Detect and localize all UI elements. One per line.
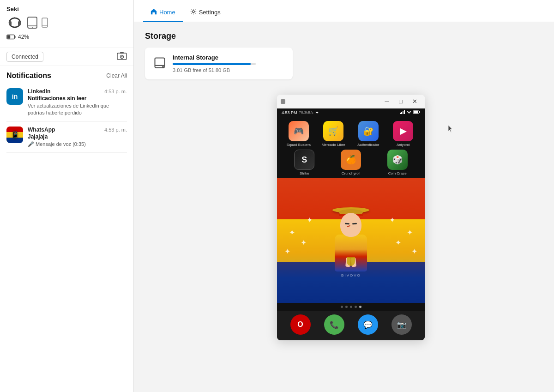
titlebar-controls: ─ □ ✕ <box>380 96 421 107</box>
svg-point-24 <box>409 113 409 114</box>
svg-rect-2 <box>18 21 21 25</box>
svg-point-15 <box>121 56 123 58</box>
page-dot <box>355 306 357 308</box>
titlebar-dot <box>281 99 285 104</box>
notifications-title: Notifications <box>6 72 51 80</box>
close-button[interactable]: ✕ <box>408 96 421 107</box>
svg-rect-20 <box>400 113 401 114</box>
app-label: Mercado Libre <box>322 143 345 147</box>
notif-time: 4:53 p. m. <box>104 127 127 133</box>
notif-top-row: LinkedIn 4:53 p. m. <box>28 88 127 95</box>
app-icon-aniyomi[interactable]: ▶ Aniyomi <box>387 121 420 147</box>
signal-icon <box>400 110 405 115</box>
app-icon-strike[interactable]: S Strike <box>283 150 326 175</box>
tab-home[interactable]: Home <box>143 5 183 22</box>
app-label: Strike <box>300 171 309 175</box>
app-icon-coin[interactable]: 🎲 Coin Craze <box>375 150 419 175</box>
notif-title: Jajajaja <box>28 133 127 140</box>
phone-icon <box>26 16 39 31</box>
page-dot <box>345 306 348 308</box>
connected-button[interactable]: Connected <box>6 52 43 62</box>
minimize-button[interactable]: ─ <box>380 96 393 107</box>
dock-icon-messages[interactable]: 💬 <box>352 314 384 335</box>
notif-app-name: WhatsApp <box>28 127 55 133</box>
phone-screen: 4:53 PM 78.3kB/s ✦ <box>277 109 425 340</box>
sidebar: Seki <box>0 0 134 392</box>
settings-icon <box>190 8 197 16</box>
app-label: Squad Busters <box>287 143 311 147</box>
phone-wallpaper: ✦ ✦ ✦ ✦ ✦ ✦ ✦ ✦ <box>277 178 425 303</box>
app-icon-crunchyroll[interactable]: 🍊 Crunchyroll <box>329 150 373 175</box>
battery-icon <box>6 34 16 40</box>
storage-bar <box>173 63 256 65</box>
svg-rect-1 <box>9 21 12 25</box>
main-content: Home Settings Storage Inte <box>134 0 554 392</box>
notif-body: 🎤 Mensaje de voz (0:35) <box>28 141 127 148</box>
app-icon-squad-busters[interactable]: 🎮 Squad Busters <box>283 121 315 147</box>
device-icons-row <box>6 16 127 31</box>
sidebar-header: Seki <box>0 0 133 48</box>
storage-card: Internal Storage 3.01 GB free of 51.80 G… <box>145 48 293 79</box>
battery-row: 42% <box>6 34 127 40</box>
phone-mirror-window: ─ □ ✕ 4:53 PM 78.3kB/s ✦ <box>277 95 425 340</box>
app-icon-mercado-libre[interactable]: 🛒 Mercado Libre <box>318 121 350 147</box>
apps-grid-row2: S Strike 🍊 Crunchyroll 🎲 Coin Craze <box>277 150 425 178</box>
svg-point-16 <box>193 11 194 12</box>
svg-point-19 <box>163 66 163 67</box>
svg-rect-22 <box>403 111 403 114</box>
home-icon <box>151 8 157 16</box>
linkedin-app-icon: in <box>6 88 23 105</box>
app-label: Coin Craze <box>388 171 407 175</box>
notif-time: 4:53 p. m. <box>104 89 127 94</box>
app-label: Authenticator <box>357 143 379 147</box>
svg-rect-7 <box>42 18 48 27</box>
storage-title: Storage <box>145 31 543 41</box>
window-titlebar: ─ □ ✕ <box>277 95 425 109</box>
svg-rect-27 <box>419 111 420 113</box>
apps-grid-row1: 🎮 Squad Busters 🛒 Mercado Libre 🔐 Authen… <box>277 116 425 150</box>
notifications-header: Notifications Clear All <box>0 66 133 84</box>
status-right <box>400 110 420 115</box>
notifications-list: in LinkedIn 4:53 p. m. Notificaciones si… <box>0 84 133 392</box>
svg-rect-21 <box>401 112 402 114</box>
notification-content: LinkedIn 4:53 p. m. Notificaciones sin l… <box>28 88 127 117</box>
storage-name: Internal Storage <box>173 54 284 61</box>
cursor <box>448 125 452 132</box>
connected-label: Connected <box>12 54 38 60</box>
restore-button[interactable]: □ <box>394 96 407 107</box>
dock-icon-phone[interactable]: 📞 <box>318 314 350 335</box>
phone-dots-row <box>277 303 425 311</box>
svg-point-6 <box>32 27 33 28</box>
app-title: Seki <box>6 6 127 12</box>
dock-icon-camera[interactable]: 📷 <box>385 314 417 335</box>
storage-section: Storage Internal Storage 3.01 GB free of… <box>134 22 554 89</box>
connected-row: Connected <box>0 48 133 66</box>
notification-content: WhatsApp 4:53 p. m. Jajajaja 🎤 Mensaje d… <box>28 127 127 148</box>
storage-bar-fill <box>173 63 251 65</box>
notif-top-row: WhatsApp 4:53 p. m. <box>28 127 127 133</box>
notif-app-name: LinkedIn <box>28 88 50 95</box>
dock-icon-opera[interactable]: O <box>284 314 316 335</box>
svg-rect-13 <box>120 52 124 54</box>
wifi-icon <box>407 110 411 115</box>
svg-rect-11 <box>15 36 16 38</box>
titlebar-left <box>281 99 285 104</box>
app-label: Crunchyroll <box>342 171 360 175</box>
screenshot-button[interactable] <box>117 52 127 62</box>
svg-rect-23 <box>404 110 405 114</box>
whatsapp-app-icon: 📱 <box>6 127 23 143</box>
tab-settings-label: Settings <box>199 9 221 16</box>
notif-title: Notificaciones sin leer <box>28 95 127 102</box>
tab-settings[interactable]: Settings <box>183 5 228 22</box>
svg-rect-10 <box>7 35 10 38</box>
storage-device-icon <box>153 56 166 71</box>
svg-rect-4 <box>28 17 37 28</box>
clear-all-button[interactable]: Clear All <box>106 72 127 79</box>
app-icon-authenticator[interactable]: 🔐 Authenticator <box>352 121 385 147</box>
status-speed: 78.3kB/s <box>299 110 313 115</box>
notification-item: 📱 WhatsApp 4:53 p. m. Jajajaja 🎤 Mensaje… <box>6 122 127 153</box>
battery-percent: 42% <box>18 34 29 40</box>
status-time: 4:53 PM <box>282 110 297 115</box>
tab-home-label: Home <box>159 9 175 16</box>
top-nav: Home Settings <box>134 0 554 22</box>
